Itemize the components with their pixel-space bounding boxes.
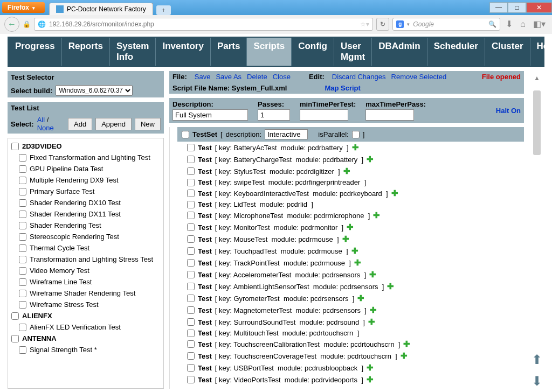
test-line[interactable]: Test[ key: SurroundSoundTest module: pcd… [170, 316, 524, 328]
plus-icon[interactable]: ✚ [351, 246, 358, 256]
nav-item-scheduler[interactable]: Scheduler [427, 38, 485, 66]
plus-icon[interactable]: ✚ [401, 351, 408, 361]
max-time-input[interactable] [365, 109, 414, 121]
test-line[interactable]: Test[ key: MouseTest module: pcdrmouse ]… [170, 233, 524, 245]
plus-icon[interactable]: ✚ [357, 293, 364, 303]
scroll-up-icon[interactable]: ▲ [534, 74, 540, 82]
map-script-link[interactable]: Map Script [325, 84, 360, 92]
move-down-button[interactable]: ⬇ [532, 374, 542, 389]
home-icon[interactable]: ⌂ [518, 19, 528, 29]
test-item[interactable]: Signal Strength Test * [10, 344, 161, 355]
test-line-checkbox[interactable] [187, 271, 195, 278]
test-line-checkbox[interactable] [187, 201, 195, 208]
test-line-checkbox[interactable] [187, 330, 195, 337]
test-line-checkbox[interactable] [187, 295, 195, 302]
plus-icon[interactable]: ✚ [367, 155, 374, 164]
test-line-checkbox[interactable] [187, 247, 195, 255]
plus-icon[interactable]: ✚ [368, 317, 375, 327]
add-button[interactable]: Add [68, 118, 92, 130]
bookmark-star-icon[interactable]: ☆▾ [360, 20, 369, 28]
category-checkbox[interactable] [11, 335, 19, 342]
append-button[interactable]: Append [95, 118, 132, 130]
test-line[interactable]: Test[ key: LidTest module: pcdrlid ] [170, 199, 524, 209]
test-checkbox[interactable] [19, 301, 26, 309]
test-line-checkbox[interactable] [187, 190, 195, 197]
plus-icon[interactable]: ✚ [347, 222, 354, 232]
test-line[interactable]: Test[ key: MultitouchTest module: pcdrto… [170, 328, 524, 338]
close-window-button[interactable]: ✕ [526, 2, 552, 13]
test-item[interactable]: GPU Pipeline Data Test [10, 163, 161, 174]
test-item[interactable]: Multiple Rendering DX9 Test [10, 174, 161, 186]
url-input[interactable]: 🌐 192.168.29.26/src/monitor/index.php ☆▾ [34, 18, 373, 31]
plus-icon[interactable]: ✚ [403, 339, 410, 349]
test-line[interactable]: Test[ key: TrackPointTest module: pcdrmo… [170, 257, 524, 269]
test-line[interactable]: Test[ key: StylusTest module: pcdrdigiti… [170, 165, 524, 177]
test-line-checkbox[interactable] [187, 340, 195, 348]
test-category[interactable]: 2D3DVIDEO [10, 141, 161, 152]
test-checkbox[interactable] [19, 267, 26, 275]
test-line-checkbox[interactable] [187, 283, 195, 290]
category-checkbox[interactable] [11, 143, 19, 150]
plus-icon[interactable]: ✚ [387, 282, 394, 291]
test-line[interactable]: Test[ key: AmbientLightSensorTest module… [170, 281, 524, 292]
min-time-input[interactable] [300, 109, 348, 121]
test-line-checkbox[interactable] [187, 167, 195, 175]
test-line-checkbox[interactable] [187, 364, 195, 372]
nav-item-cluster[interactable]: Cluster [485, 38, 530, 66]
nav-item-progress[interactable]: Progress [9, 38, 61, 66]
test-line-checkbox[interactable] [187, 376, 195, 383]
edit-discard[interactable]: Discard Changes [332, 73, 386, 81]
test-line[interactable]: Test[ key: TouchscreenCoverageTest modul… [170, 350, 524, 362]
test-item[interactable]: Wireframe Line Test [10, 276, 161, 288]
test-line-checkbox[interactable] [187, 306, 195, 314]
nav-item-dbadmin[interactable]: DBAdmin [371, 38, 426, 66]
nav-item-scripts[interactable]: Scripts [246, 38, 291, 66]
test-checkbox[interactable] [19, 222, 26, 229]
nav-item-inventory[interactable]: Inventory [155, 38, 210, 66]
testset-checkbox[interactable] [182, 131, 189, 138]
nav-item-user-mgmt[interactable]: User Mgmt [334, 38, 371, 66]
test-line-checkbox[interactable] [187, 179, 195, 186]
test-list[interactable]: 2D3DVIDEOFixed Transformation and Lighti… [8, 138, 164, 389]
isparallel-checkbox[interactable] [352, 131, 360, 138]
nav-item-reports[interactable]: Reports [61, 38, 109, 66]
test-line[interactable]: Test[ key: GyrometerTest module: pcdrsen… [170, 292, 524, 304]
move-up-button[interactable]: ⬆ [532, 352, 542, 367]
new-tab-button[interactable]: + [156, 5, 171, 15]
test-checkbox[interactable] [19, 256, 26, 263]
test-item[interactable]: Fixed Transformation and Lighting Test [10, 152, 161, 163]
firefox-menu-button[interactable]: Firefox [2, 2, 45, 13]
halt-on-link[interactable]: Halt On [496, 107, 521, 115]
test-checkbox[interactable] [19, 244, 26, 252]
plus-icon[interactable]: ✚ [354, 258, 361, 268]
plus-icon[interactable]: ✚ [342, 234, 349, 244]
test-item[interactable]: AlienFX LED Verification Test [10, 321, 161, 333]
bookmarks-icon[interactable]: ◧▾ [531, 19, 548, 29]
nav-item-help[interactable]: Help [530, 38, 552, 66]
test-checkbox[interactable] [19, 324, 26, 331]
back-button[interactable]: ← [4, 17, 19, 32]
test-line[interactable]: Test[ key: USBPortTest module: pcdrusblo… [170, 362, 524, 374]
plus-icon[interactable]: ✚ [343, 166, 350, 176]
test-item[interactable]: Stereoscopic Rendering Test [10, 231, 161, 242]
minimize-button[interactable]: — [489, 2, 508, 13]
build-select[interactable]: Windows_6.0.6270.37 [56, 85, 133, 96]
file-close[interactable]: Close [273, 73, 291, 81]
test-line-checkbox[interactable] [187, 212, 195, 219]
test-item[interactable]: Wireframe Stress Test [10, 299, 161, 310]
test-item[interactable]: Video Memory Test [10, 265, 161, 276]
test-line-checkbox[interactable] [187, 235, 195, 243]
plus-icon[interactable]: ✚ [391, 188, 398, 198]
test-checkbox[interactable] [19, 177, 26, 184]
test-line-checkbox[interactable] [187, 259, 195, 267]
test-line-checkbox[interactable] [187, 223, 195, 231]
maximize-button[interactable]: □ [508, 2, 526, 13]
test-line[interactable]: Test[ key: VideoPortsTest module: pcdrvi… [170, 374, 524, 386]
search-box[interactable]: g ▾ Google 🔍 [392, 18, 500, 31]
test-line-checkbox[interactable] [187, 352, 195, 360]
category-checkbox[interactable] [11, 312, 19, 320]
test-checkbox[interactable] [19, 290, 26, 297]
select-all-link[interactable]: All [37, 116, 45, 124]
description-input[interactable] [172, 109, 248, 121]
browser-tab[interactable]: PC-Doctor Network Factory [49, 3, 153, 15]
